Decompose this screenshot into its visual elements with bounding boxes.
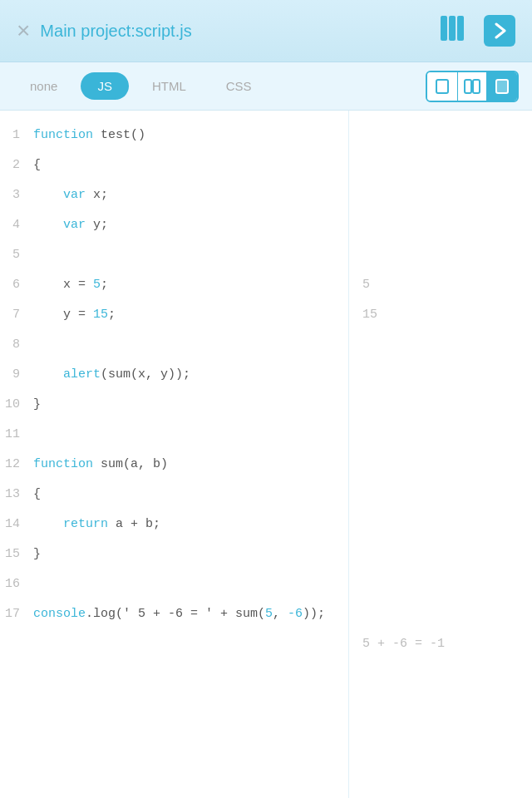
output-value: 5 xyxy=(362,270,370,300)
line-code[interactable]: } xyxy=(33,539,41,569)
svg-rect-0 xyxy=(441,16,447,41)
view-toggle xyxy=(426,71,519,102)
language-toolbar: none JS HTML CSS xyxy=(0,62,532,111)
line-number: 9 xyxy=(0,360,33,390)
line-number: 14 xyxy=(0,510,33,539)
line-number: 8 xyxy=(0,330,33,360)
header-right xyxy=(441,15,515,47)
code-line: 13{ xyxy=(0,480,348,510)
code-line: 4 var y; xyxy=(0,210,348,240)
view-split-mid-button[interactable] xyxy=(457,72,487,101)
output-line xyxy=(362,360,519,390)
view-full-button[interactable] xyxy=(487,72,517,101)
output-line xyxy=(362,330,519,360)
output-line xyxy=(362,539,519,569)
code-line: 11 xyxy=(0,420,348,450)
line-code[interactable]: { xyxy=(33,480,41,510)
output-line xyxy=(362,450,519,480)
svg-rect-5 xyxy=(473,80,480,93)
lang-html-button[interactable]: HTML xyxy=(135,72,203,100)
svg-rect-2 xyxy=(457,16,464,41)
line-code[interactable]: var y; xyxy=(33,210,108,240)
code-line: 17console.log(' 5 + -6 = ' + sum(5, -6))… xyxy=(0,599,348,629)
output-line xyxy=(362,180,519,210)
line-code[interactable]: var x; xyxy=(33,180,108,210)
forward-button[interactable] xyxy=(484,15,515,47)
line-number: 16 xyxy=(0,569,33,599)
line-number: 7 xyxy=(0,300,33,330)
output-line xyxy=(362,390,519,420)
output-line xyxy=(362,121,519,150)
line-number: 6 xyxy=(0,270,33,300)
code-line: 16 xyxy=(0,569,348,599)
output-line xyxy=(362,569,519,599)
code-line: 3 var x; xyxy=(0,180,348,210)
code-line: 12function sum(a, b) xyxy=(0,450,348,480)
table-icon[interactable] xyxy=(441,16,469,47)
code-panel[interactable]: 1function test()2{3 var x;4 var y;56 x =… xyxy=(0,111,349,798)
output-line xyxy=(362,240,519,270)
line-code[interactable]: alert(sum(x, y)); xyxy=(33,360,190,390)
code-area: 1function test()2{3 var x;4 var y;56 x =… xyxy=(0,111,532,798)
line-number: 1 xyxy=(0,121,33,150)
output-line xyxy=(362,210,519,240)
code-line: 7 y = 15; xyxy=(0,300,348,330)
line-code[interactable]: } xyxy=(33,390,41,420)
lang-js-button[interactable]: JS xyxy=(81,72,129,100)
output-value: 5 + -6 = -1 xyxy=(362,629,445,659)
output-line: 5 xyxy=(362,270,519,300)
code-line: 10} xyxy=(0,390,348,420)
output-panel: 5155 + -6 = -1 xyxy=(349,111,532,798)
line-code[interactable]: console.log(' 5 + -6 = ' + sum(5, -6)); xyxy=(33,599,325,629)
code-line: 9 alert(sum(x, y)); xyxy=(0,360,348,390)
line-number: 15 xyxy=(0,539,33,569)
lang-none-button[interactable]: none xyxy=(13,72,74,100)
output-line xyxy=(362,480,519,510)
code-line: 5 xyxy=(0,240,348,270)
line-code[interactable]: { xyxy=(33,150,41,180)
header: × Main project:script.js xyxy=(0,0,532,62)
output-line xyxy=(362,510,519,539)
svg-rect-1 xyxy=(449,16,456,41)
line-number: 17 xyxy=(0,599,33,629)
line-number: 3 xyxy=(0,180,33,210)
line-code[interactable]: function sum(a, b) xyxy=(33,450,168,480)
line-number: 5 xyxy=(0,240,33,270)
svg-rect-3 xyxy=(436,80,448,93)
output-value: 15 xyxy=(362,300,377,330)
output-line: 15 xyxy=(362,300,519,330)
code-line: 14 return a + b; xyxy=(0,510,348,539)
line-number: 11 xyxy=(0,420,33,450)
line-code[interactable]: function test() xyxy=(33,121,145,150)
header-title: Main project:script.js xyxy=(40,22,191,41)
code-line: 2{ xyxy=(0,150,348,180)
line-code[interactable]: return a + b; xyxy=(33,510,160,539)
header-left: × Main project:script.js xyxy=(17,19,192,42)
line-number: 4 xyxy=(0,210,33,240)
view-split-left-button[interactable] xyxy=(427,72,457,101)
output-line xyxy=(362,420,519,450)
svg-rect-4 xyxy=(465,80,471,93)
output-line xyxy=(362,150,519,180)
lang-css-button[interactable]: CSS xyxy=(209,72,268,100)
line-code[interactable]: y = 15; xyxy=(33,300,116,330)
line-number: 2 xyxy=(0,150,33,180)
line-number: 13 xyxy=(0,480,33,510)
svg-rect-6 xyxy=(496,80,508,93)
output-line: 5 + -6 = -1 xyxy=(362,599,519,689)
line-number: 12 xyxy=(0,450,33,480)
code-line: 15} xyxy=(0,539,348,569)
line-number: 10 xyxy=(0,390,33,420)
code-line: 1function test() xyxy=(0,121,348,150)
close-button[interactable]: × xyxy=(17,19,30,42)
code-line: 8 xyxy=(0,330,348,360)
line-code[interactable]: x = 5; xyxy=(33,270,108,300)
code-line: 6 x = 5; xyxy=(0,270,348,300)
